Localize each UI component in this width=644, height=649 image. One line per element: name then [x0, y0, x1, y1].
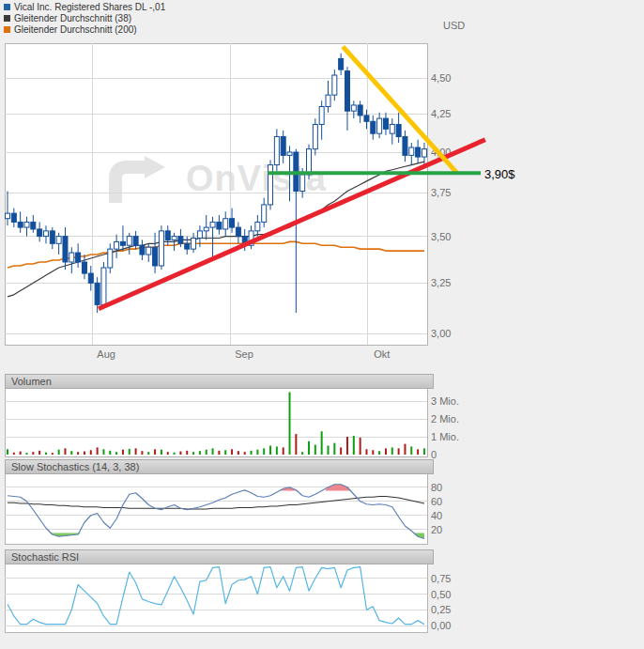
svg-text:40: 40	[431, 510, 442, 521]
svg-text:OnVista: OnVista	[186, 159, 327, 198]
svg-text:4,50: 4,50	[431, 72, 451, 84]
svg-text:0,25: 0,25	[431, 604, 451, 615]
svg-text:3,75: 3,75	[431, 187, 451, 198]
rsi-panel-header: Stochastic RSI	[5, 549, 434, 564]
svg-text:80: 80	[431, 482, 442, 493]
svg-text:20: 20	[431, 524, 442, 535]
volume-panel-title: Volumen	[11, 376, 52, 387]
svg-text:3,50: 3,50	[431, 231, 451, 242]
stochastics-panel-title: Slow Stochastics (14, 3, 38)	[11, 461, 139, 472]
svg-text:Aug: Aug	[97, 348, 115, 360]
svg-text:3,00: 3,00	[431, 328, 451, 339]
volume-panel-header: Volumen	[5, 374, 434, 389]
svg-text:4,25: 4,25	[431, 108, 451, 119]
stock-chart-widget: Vical Inc. Registered Shares DL -,01 Gle…	[0, 0, 644, 649]
svg-text:1 Mio.: 1 Mio.	[431, 431, 459, 442]
svg-text:Okt: Okt	[374, 348, 390, 360]
svg-text:3 Mio.: 3 Mio.	[431, 395, 459, 407]
rsi-panel-title: Stochastic RSI	[11, 551, 79, 563]
price-level-label: 3,90$	[484, 167, 515, 181]
svg-text:Sep: Sep	[235, 348, 253, 360]
svg-text:3,25: 3,25	[431, 277, 451, 288]
svg-text:0,50: 0,50	[431, 589, 451, 600]
stochastics-panel-header: Slow Stochastics (14, 3, 38)	[5, 459, 434, 474]
svg-text:0,00: 0,00	[431, 620, 451, 631]
svg-text:2 Mio.: 2 Mio.	[431, 413, 459, 425]
svg-text:60: 60	[431, 496, 442, 507]
svg-text:0,75: 0,75	[431, 573, 451, 584]
